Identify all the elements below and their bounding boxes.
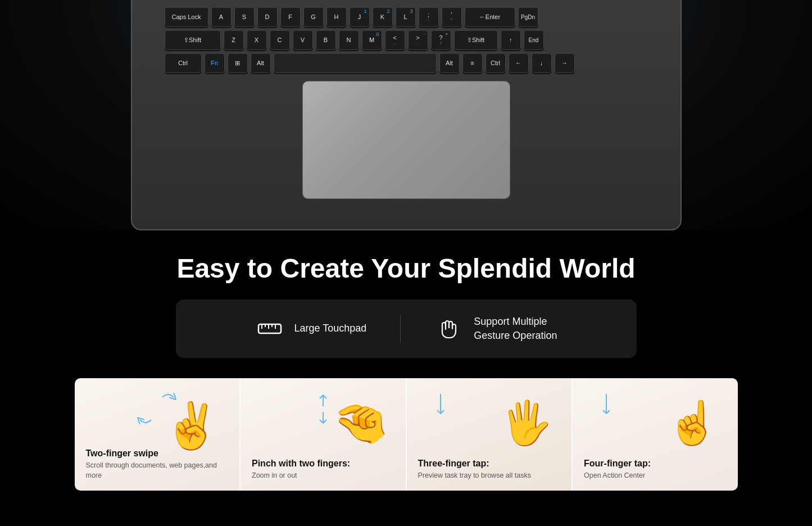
key-z: Z <box>224 30 244 50</box>
laptop-body: Caps Lock A S D F G H J1 K2 L3 ;: '" ←En… <box>131 0 682 230</box>
card-1-desc: Scroll through documents, web pages,and … <box>86 461 229 480</box>
key-space <box>274 53 437 73</box>
key-capslock: Caps Lock <box>165 7 208 27</box>
pinch-hand: 🤏 <box>316 387 406 460</box>
key-up: ↑ <box>501 30 521 50</box>
key-v: V <box>293 30 313 50</box>
four-finger-hand: ☝ <box>648 387 738 460</box>
three-finger-arrows <box>429 388 452 426</box>
feature-bar: Large Touchpad Support Multiple Gesture … <box>176 300 637 358</box>
keyboard: Caps Lock A S D F G H J1 K2 L3 ;: '" ←En… <box>165 7 648 73</box>
four-finger-arrows <box>595 388 618 426</box>
key-h: H <box>326 7 347 27</box>
key-period: >.· <box>408 30 428 50</box>
gesture-cards: ✌ Two-finger swipe Scroll through docume… <box>75 378 738 491</box>
key-down-arrow: ↓ <box>532 53 552 73</box>
ruler-icon <box>255 314 284 343</box>
key-end: End <box>524 30 544 50</box>
key-right-ctrl: Ctrl <box>486 53 506 73</box>
key-x: X <box>247 30 267 50</box>
card-2-title: Pinch with two fingers: <box>252 459 394 469</box>
key-right-shift: ⇧Shift <box>454 30 498 50</box>
gesture-card-three-finger: 🖐 Three-finger tap: Preview task tray to… <box>406 378 572 491</box>
key-semicolon: ;: <box>419 7 439 27</box>
gesture-label: Support Multiple Gesture Operation <box>474 315 557 343</box>
card-3-title: Three-finger tap: <box>418 459 561 469</box>
keyboard-row-1: Caps Lock A S D F G H J1 K2 L3 ;: '" ←En… <box>165 7 648 27</box>
key-slash: ?/+ <box>431 30 451 50</box>
key-left-ctrl: Ctrl <box>165 53 202 73</box>
main-title: Easy to Create Your Splendid World <box>176 253 635 284</box>
key-pgdn: PgDn <box>518 7 538 27</box>
key-comma: <, <box>385 30 405 50</box>
key-a: A <box>211 7 232 27</box>
touchpad-label: Large Touchpad <box>294 321 367 335</box>
three-finger-hand: 🖐 <box>482 387 571 460</box>
key-l: L3 <box>396 7 416 27</box>
gesture-card-two-finger-swipe: ✌ Two-finger swipe Scroll through docume… <box>75 378 240 491</box>
key-g: G <box>303 7 324 27</box>
keyboard-section: Caps Lock A S D F G H J1 K2 L3 ;: '" ←En… <box>0 0 812 230</box>
card-3-desc: Preview task tray to browse all tasks <box>418 471 561 481</box>
card-4-title: Four-finger tap: <box>584 459 727 469</box>
gesture-card-four-finger: ☝ Four-finger tap: Open Action Center <box>571 378 738 491</box>
card-4-desc: Open Action Center <box>584 471 727 481</box>
key-m: M0 <box>362 30 382 50</box>
key-b: B <box>316 30 336 50</box>
key-j: J1 <box>350 7 370 27</box>
card-2-desc: Zoom in or out <box>252 471 394 481</box>
content-section: Easy to Create Your Splendid World Large… <box>0 230 812 519</box>
key-left-arrow: ← <box>509 53 529 73</box>
key-quote: '" <box>442 7 462 27</box>
gesture-card-pinch: 🤏 Pinch with two fingers: Zoom in or out <box>239 378 406 491</box>
key-right-arrow: → <box>555 53 575 73</box>
key-c: C <box>270 30 290 50</box>
key-right-alt: Alt <box>439 53 460 73</box>
key-left-shift: ⇧Shift <box>165 30 221 50</box>
trackpad-area <box>302 81 510 199</box>
key-enter: ←Enter <box>465 7 515 27</box>
key-left-alt: Alt <box>251 53 271 73</box>
keyboard-row-3: Ctrl Fn ⊞ Alt Alt ≡ Ctrl ← ↓ → <box>165 53 648 73</box>
key-win: ⊞ <box>228 53 248 73</box>
feature-gesture: Support Multiple Gesture Operation <box>434 314 557 343</box>
key-s: S <box>234 7 255 27</box>
key-fn: Fn <box>205 53 225 73</box>
feature-divider <box>400 315 401 343</box>
key-n: N <box>339 30 359 50</box>
feature-touchpad: Large Touchpad <box>255 314 367 343</box>
key-f: F <box>280 7 301 27</box>
key-menu: ≡ <box>462 53 483 73</box>
keyboard-row-2: ⇧Shift Z X C V B N M0 <, >.· ?/+ ⇧Shift … <box>165 30 648 50</box>
card-1-title: Two-finger swipe <box>86 448 229 459</box>
key-k: K2 <box>373 7 393 27</box>
trackpad <box>302 81 510 199</box>
hand-icon <box>434 314 464 343</box>
key-d: D <box>257 7 278 27</box>
